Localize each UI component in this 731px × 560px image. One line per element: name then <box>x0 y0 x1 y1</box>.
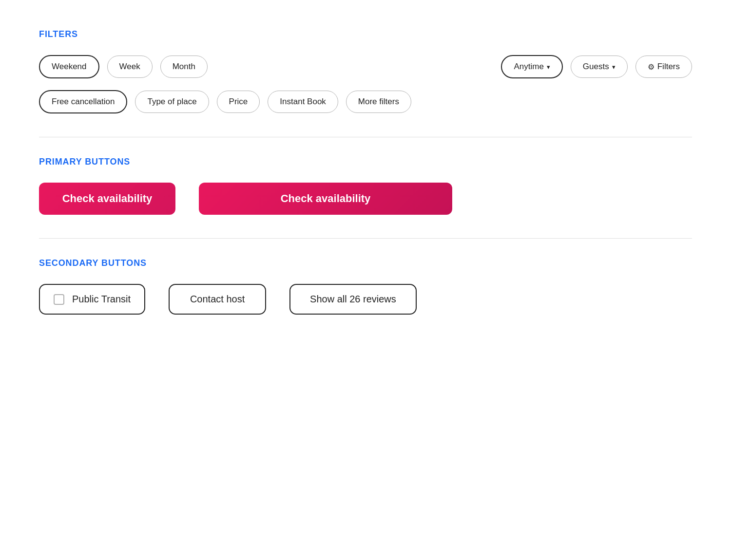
divider-2 <box>39 238 692 239</box>
filter-chip-instant-book-label: Instant Book <box>280 97 326 107</box>
filter-chip-free-cancellation-label: Free cancellation <box>52 97 115 107</box>
filter-chip-guests-label: Guests <box>583 62 609 72</box>
filter-chip-filters-label: Filters <box>657 62 680 72</box>
primary-buttons-title: PRIMARY BUTTONS <box>39 157 692 167</box>
secondary-buttons-row: Public Transit Contact host Show all 26 … <box>39 284 692 315</box>
primary-buttons-row: Check availability Check availability <box>39 183 692 215</box>
public-transit-label: Public Transit <box>72 294 131 305</box>
filter-chip-type-of-place-label: Type of place <box>147 97 196 107</box>
filters-section: FILTERS Weekend Week Month Anytime ▾ Gue… <box>39 29 692 113</box>
filter-chip-more-filters-label: More filters <box>358 97 399 107</box>
chevron-down-icon: ▾ <box>547 63 550 71</box>
sliders-icon: ⚙ <box>648 62 654 72</box>
contact-host-label: Contact host <box>190 294 245 305</box>
filter-chip-week-label: Week <box>119 62 140 72</box>
divider-1 <box>39 137 692 137</box>
filter-chip-guests[interactable]: Guests ▾ <box>571 56 628 78</box>
filter-chip-price-label: Price <box>229 97 248 107</box>
filter-chip-anytime-label: Anytime <box>514 62 543 72</box>
primary-buttons-section: PRIMARY BUTTONS Check availability Check… <box>39 157 692 215</box>
filter-chip-filters[interactable]: ⚙ Filters <box>635 56 692 78</box>
filter-chip-week[interactable]: Week <box>107 56 153 78</box>
filter-chip-anytime[interactable]: Anytime ▾ <box>501 55 562 78</box>
show-all-reviews-button[interactable]: Show all 26 reviews <box>289 284 417 315</box>
filter-row-1: Weekend Week Month Anytime ▾ Guests ▾ ⚙ … <box>39 55 692 78</box>
check-availability-large-button[interactable]: Check availability <box>199 183 452 215</box>
filters-title: FILTERS <box>39 29 692 39</box>
filter-row-2: Free cancellation Type of place Price In… <box>39 90 692 113</box>
filter-chip-month-label: Month <box>173 62 195 72</box>
filter-chip-type-of-place[interactable]: Type of place <box>135 91 209 113</box>
checkbox-icon <box>54 294 64 305</box>
filter-chip-price[interactable]: Price <box>217 91 260 113</box>
show-all-reviews-label: Show all 26 reviews <box>310 294 396 305</box>
filter-chip-more-filters[interactable]: More filters <box>346 91 411 113</box>
check-availability-small-button[interactable]: Check availability <box>39 183 175 215</box>
secondary-buttons-title: SECONDARY BUTTONS <box>39 258 692 268</box>
contact-host-button[interactable]: Contact host <box>169 284 266 315</box>
chevron-down-icon: ▾ <box>612 63 616 71</box>
filter-chip-weekend-label: Weekend <box>52 62 87 72</box>
filter-chip-month[interactable]: Month <box>160 56 208 78</box>
filter-chip-free-cancellation[interactable]: Free cancellation <box>39 90 127 113</box>
filter-chip-weekend[interactable]: Weekend <box>39 55 99 78</box>
secondary-buttons-section: SECONDARY BUTTONS Public Transit Contact… <box>39 258 692 315</box>
filter-chip-instant-book[interactable]: Instant Book <box>268 91 338 113</box>
public-transit-button[interactable]: Public Transit <box>39 284 145 315</box>
